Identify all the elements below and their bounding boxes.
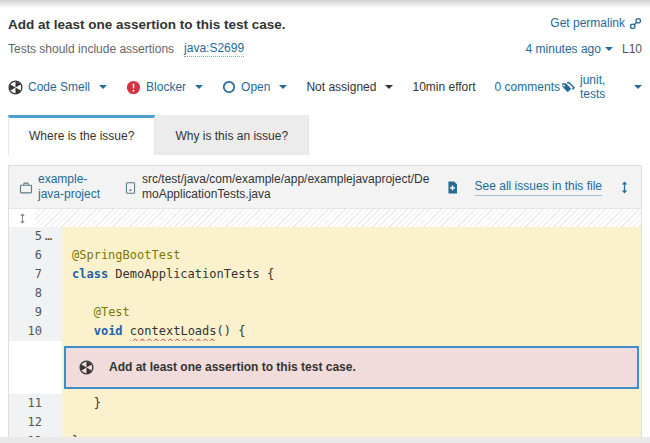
chevron-down-icon (385, 85, 393, 89)
pin-file-icon[interactable] (618, 180, 631, 195)
expand-ellipsis[interactable]: … (45, 227, 52, 246)
chevron-down-icon (605, 47, 613, 51)
project-icon (19, 173, 33, 202)
code-line: 6@SpringBootTest (9, 246, 641, 265)
issue-title: Add at least one assertion to this test … (8, 16, 286, 33)
severity-dropdown[interactable]: Blocker (126, 80, 203, 95)
code-token: () { (217, 324, 246, 338)
assignee-label: Not assigned (306, 80, 376, 94)
line-number[interactable]: 7 (9, 265, 42, 284)
tags-dropdown[interactable]: junit, tests (560, 73, 642, 101)
issue-detail-page: Add at least one assertion to this test … (0, 0, 650, 443)
age-label: 4 minutes ago (526, 42, 601, 56)
line-gutter: 7 (9, 265, 62, 284)
code-text: } (62, 394, 641, 413)
code-text (62, 413, 641, 432)
code-text: @SpringBootTest (62, 246, 641, 265)
type-dropdown[interactable]: Code Smell (8, 80, 107, 95)
issue-line: Add at least one assertion to this test … (9, 341, 641, 394)
file-path: src/test/java/com/example/app/examplejav… (124, 172, 434, 202)
line-gutter: 11 (9, 394, 62, 413)
status-label: Open (241, 80, 270, 94)
see-all-issues-link[interactable]: See all issues in this file (475, 179, 602, 196)
code-smell-icon (79, 360, 94, 375)
code-viewer-panel: example-java-project src/test/java/com/e… (8, 165, 642, 443)
tag-icon (560, 80, 575, 95)
code-smell-icon (8, 80, 23, 95)
code-text (62, 284, 641, 303)
code-text: @Test (62, 303, 641, 322)
code-line: 10 void contextLoads() { (9, 322, 641, 341)
assignee-dropdown[interactable]: Not assigned (306, 80, 393, 94)
code-line: 7class DemoApplicationTests { (9, 265, 641, 284)
chevron-down-icon (195, 85, 203, 89)
code-line: 12 (9, 413, 641, 432)
line-number[interactable]: 11 (9, 394, 42, 413)
permalink-icon (629, 17, 642, 30)
bottom-strip (0, 437, 650, 443)
severity-label: Blocker (146, 80, 186, 94)
tab-where-is-the-issue[interactable]: Where is the issue? (8, 115, 155, 155)
age-dropdown[interactable]: 4 minutes ago (526, 42, 613, 56)
comments-link[interactable]: 0 comments (495, 80, 560, 94)
expand-lines-row (9, 209, 641, 227)
code-token: DemoApplicationTests { (108, 267, 274, 281)
code-token: @Test (94, 305, 130, 319)
code-token (72, 305, 94, 319)
code-lines: 5…6@SpringBootTest7class DemoApplication… (9, 227, 641, 443)
code-token (123, 324, 130, 338)
copy-file-path-icon[interactable] (446, 180, 459, 195)
code-token: contextLoads (130, 324, 217, 338)
code-line: 11 } (9, 394, 641, 413)
code-token (72, 324, 94, 338)
line-number[interactable]: 6 (9, 246, 42, 265)
line-gutter: 12 (9, 413, 62, 432)
line-gutter: 9 (9, 303, 62, 322)
expand-lines-icon[interactable] (17, 212, 28, 225)
type-label: Code Smell (28, 80, 90, 94)
line-number[interactable]: 5 (9, 227, 42, 246)
project-name: example-java-project (38, 172, 112, 202)
line-gutter: 8 (9, 284, 62, 303)
open-status-icon (222, 80, 236, 94)
file-icon (124, 173, 137, 202)
tags-label: junit, tests (580, 73, 625, 101)
code-token: void (94, 324, 123, 338)
blocker-severity-icon (126, 80, 141, 95)
collapsed-lines-hatch (35, 209, 641, 227)
tab-why-is-this-an-issue[interactable]: Why is this an issue? (155, 115, 309, 155)
chevron-down-icon (99, 85, 107, 89)
code-text: class DemoApplicationTests { (62, 265, 641, 284)
line-number[interactable]: 12 (9, 413, 42, 432)
issue-message-box[interactable]: Add at least one assertion to this test … (64, 346, 639, 389)
code-line: 9 @Test (9, 303, 641, 322)
line-number[interactable]: 9 (9, 303, 42, 322)
project-link[interactable]: example-java-project (19, 172, 112, 202)
issue-tabs: Where is the issue? Why is this an issue… (8, 115, 642, 155)
code-token: @SpringBootTest (72, 248, 180, 262)
line-gutter (9, 341, 62, 394)
chevron-down-icon (634, 85, 642, 89)
code-token: class (72, 267, 108, 281)
code-text: void contextLoads() { (62, 322, 641, 341)
top-shadow (0, 0, 650, 8)
line-gutter: 6 (9, 246, 62, 265)
rule-description: Tests should include assertions (8, 42, 174, 56)
status-dropdown[interactable]: Open (222, 80, 287, 94)
line-number[interactable]: 10 (9, 322, 42, 341)
issue-inline-wrap: Add at least one assertion to this test … (62, 341, 641, 394)
file-path-text: src/test/java/com/example/app/examplejav… (142, 172, 434, 202)
file-header: example-java-project src/test/java/com/e… (9, 166, 641, 209)
code-line: 5… (9, 227, 641, 246)
rule-key-link[interactable]: java:S2699 (184, 41, 244, 57)
line-ref: L10 (622, 42, 642, 56)
issue-message: Add at least one assertion to this test … (109, 358, 356, 377)
line-gutter: 10 (9, 322, 62, 341)
line-number[interactable]: 8 (9, 284, 42, 303)
issue-header: Add at least one assertion to this test … (8, 16, 642, 33)
code-text (62, 227, 641, 246)
effort-label: 10min effort (412, 80, 475, 94)
code-line: 8 (9, 284, 641, 303)
get-permalink-label: Get permalink (550, 16, 625, 30)
get-permalink-link[interactable]: Get permalink (550, 16, 642, 30)
